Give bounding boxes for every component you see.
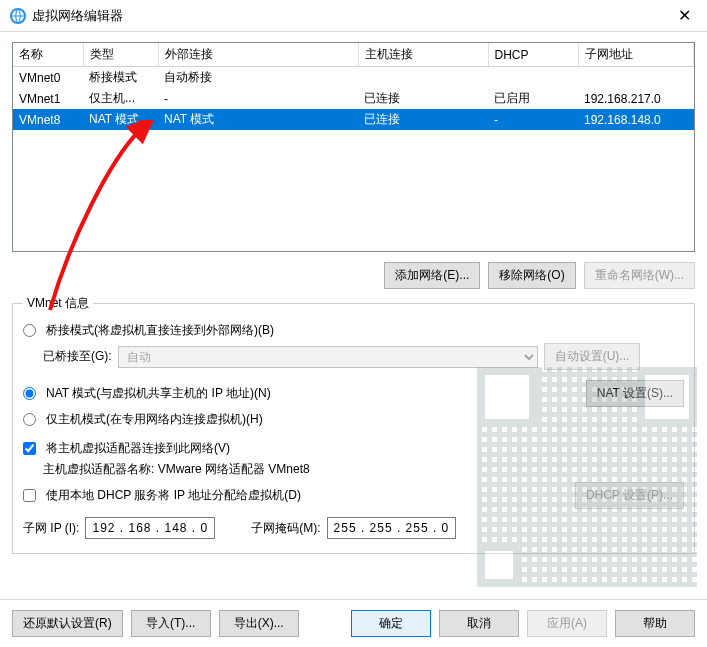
subnet-row: 子网 IP (I): 192 . 168 . 148 . 0 子网掩码(M): … — [23, 517, 684, 539]
nat-mode-label: NAT 模式(与虚拟机共享主机的 IP 地址)(N) — [46, 385, 580, 402]
titlebar: 虚拟网络编辑器 ✕ — [0, 0, 707, 32]
apply-button[interactable]: 应用(A) — [527, 610, 607, 637]
nat-mode-radio[interactable] — [23, 387, 36, 400]
nat-mode-row[interactable]: NAT 模式(与虚拟机共享主机的 IP 地址)(N) NAT 设置(S)... — [23, 380, 684, 407]
col-type[interactable]: 类型 — [83, 43, 158, 67]
subnet-ip-label: 子网 IP (I): — [23, 520, 79, 537]
cell-ext: 自动桥接 — [158, 67, 358, 89]
vmnet-info-legend: VMnet 信息 — [23, 295, 93, 312]
dhcp-settings-button[interactable]: DHCP 设置(P)... — [575, 482, 684, 509]
import-button[interactable]: 导入(T)... — [131, 610, 211, 637]
bridge-mode-radio[interactable] — [23, 324, 36, 337]
help-button[interactable]: 帮助 — [615, 610, 695, 637]
cell-subnet: 192.168.148.0 — [578, 109, 694, 130]
cell-host: 已连接 — [358, 109, 488, 130]
network-table: 名称 类型 外部连接 主机连接 DHCP 子网地址 VMnet0桥接模式自动桥接… — [12, 42, 695, 252]
cell-host — [358, 67, 488, 89]
connect-host-adapter-row[interactable]: 将主机虚拟适配器连接到此网络(V) — [23, 440, 684, 457]
close-button[interactable]: ✕ — [672, 6, 697, 25]
table-row[interactable]: VMnet8NAT 模式NAT 模式已连接-192.168.148.0 — [13, 109, 694, 130]
hostonly-mode-label: 仅主机模式(在专用网络内连接虚拟机)(H) — [46, 411, 263, 428]
cell-ext: NAT 模式 — [158, 109, 358, 130]
cell-ext: - — [158, 88, 358, 109]
bridge-mode-label: 桥接模式(将虚拟机直接连接到外部网络)(B) — [46, 322, 274, 339]
dhcp-label: 使用本地 DHCP 服务将 IP 地址分配给虚拟机(D) — [46, 487, 569, 504]
col-host[interactable]: 主机连接 — [358, 43, 488, 67]
cell-type: 仅主机... — [83, 88, 158, 109]
cell-name: VMnet1 — [13, 88, 83, 109]
hostonly-mode-radio[interactable] — [23, 413, 36, 426]
adapter-name-label: 主机虚拟适配器名称: VMware 网络适配器 VMnet8 — [43, 461, 310, 478]
export-button[interactable]: 导出(X)... — [219, 610, 299, 637]
connect-host-adapter-label: 将主机虚拟适配器连接到此网络(V) — [46, 440, 230, 457]
cell-dhcp: 已启用 — [488, 88, 578, 109]
restore-defaults-button[interactable]: 还原默认设置(R) — [12, 610, 123, 637]
table-row[interactable]: VMnet0桥接模式自动桥接 — [13, 67, 694, 89]
subnet-mask-label: 子网掩码(M): — [251, 520, 320, 537]
hostonly-mode-row[interactable]: 仅主机模式(在专用网络内连接虚拟机)(H) — [23, 411, 684, 428]
cell-subnet — [578, 67, 694, 89]
bridge-to-select[interactable]: 自动 — [118, 346, 538, 368]
col-ext[interactable]: 外部连接 — [158, 43, 358, 67]
bridge-mode-row[interactable]: 桥接模式(将虚拟机直接连接到外部网络)(B) — [23, 322, 684, 339]
dialog-button-bar: 还原默认设置(R) 导入(T)... 导出(X)... 确定 取消 应用(A) … — [0, 599, 707, 647]
cell-type: 桥接模式 — [83, 67, 158, 89]
rename-network-button[interactable]: 重命名网络(W)... — [584, 262, 695, 289]
ok-button[interactable]: 确定 — [351, 610, 431, 637]
nat-settings-button[interactable]: NAT 设置(S)... — [586, 380, 684, 407]
cell-name: VMnet8 — [13, 109, 83, 130]
bridge-to-label: 已桥接至(G): — [43, 348, 112, 365]
table-header-row: 名称 类型 外部连接 主机连接 DHCP 子网地址 — [13, 43, 694, 67]
col-name[interactable]: 名称 — [13, 43, 83, 67]
adapter-name-row: 主机虚拟适配器名称: VMware 网络适配器 VMnet8 — [43, 461, 684, 478]
cell-dhcp — [488, 67, 578, 89]
connect-host-adapter-checkbox[interactable] — [23, 442, 36, 455]
col-subnet[interactable]: 子网地址 — [578, 43, 694, 67]
add-network-button[interactable]: 添加网络(E)... — [384, 262, 480, 289]
remove-network-button[interactable]: 移除网络(O) — [488, 262, 575, 289]
cell-subnet: 192.168.217.0 — [578, 88, 694, 109]
cell-host: 已连接 — [358, 88, 488, 109]
subnet-mask-input[interactable]: 255 . 255 . 255 . 0 — [327, 517, 457, 539]
dhcp-row[interactable]: 使用本地 DHCP 服务将 IP 地址分配给虚拟机(D) DHCP 设置(P).… — [23, 482, 684, 509]
bridge-to-row: 已桥接至(G): 自动 自动设置(U)... — [43, 343, 684, 370]
app-icon — [10, 8, 26, 24]
cell-type: NAT 模式 — [83, 109, 158, 130]
auto-settings-button[interactable]: 自动设置(U)... — [544, 343, 641, 370]
subnet-ip-input[interactable]: 192 . 168 . 148 . 0 — [85, 517, 215, 539]
table-row[interactable]: VMnet1仅主机...-已连接已启用192.168.217.0 — [13, 88, 694, 109]
vmnet-info-group: VMnet 信息 桥接模式(将虚拟机直接连接到外部网络)(B) 已桥接至(G):… — [12, 295, 695, 554]
cell-name: VMnet0 — [13, 67, 83, 89]
network-buttons-row: 添加网络(E)... 移除网络(O) 重命名网络(W)... — [12, 262, 695, 289]
col-dhcp[interactable]: DHCP — [488, 43, 578, 67]
cancel-button[interactable]: 取消 — [439, 610, 519, 637]
cell-dhcp: - — [488, 109, 578, 130]
window-title: 虚拟网络编辑器 — [32, 7, 672, 25]
dhcp-checkbox[interactable] — [23, 489, 36, 502]
